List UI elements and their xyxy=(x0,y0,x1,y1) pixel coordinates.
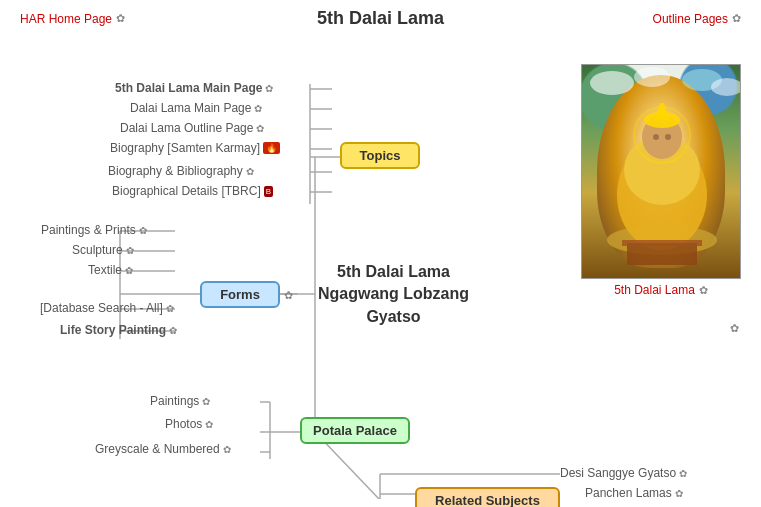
svg-marker-39 xyxy=(654,103,670,120)
gear-icon-4: ✿ xyxy=(246,166,254,177)
link-paintings[interactable]: Paintings ✿ xyxy=(150,394,210,408)
page-title: 5th Dalai Lama xyxy=(140,8,621,29)
svg-rect-43 xyxy=(627,243,697,265)
image-caption-gear-icon: ✿ xyxy=(699,284,708,297)
gear-icon-f1: ✿ xyxy=(126,245,134,256)
gear-icon-1: ✿ xyxy=(254,103,262,114)
header-right: Outline Pages ✿ xyxy=(621,12,741,26)
header-left: HAR Home Page ✿ xyxy=(20,12,140,26)
link-sculpture[interactable]: Sculpture ✿ xyxy=(72,243,134,257)
bottom-right-gear-icon: ✿ xyxy=(730,322,739,335)
gear-icon-p1: ✿ xyxy=(205,419,213,430)
link-textile[interactable]: Textile ✿ xyxy=(88,263,133,277)
center-title: 5th Dalai LamaNgagwang LobzangGyatso xyxy=(316,261,471,328)
book-icon: B xyxy=(264,186,273,197)
link-desi[interactable]: Desi Sanggye Gyatso ✿ xyxy=(560,466,687,480)
gear-icon-p2: ✿ xyxy=(223,444,231,455)
link-paintings-prints[interactable]: Paintings & Prints ✿ xyxy=(41,223,147,237)
gear-icon-f4: ✿ xyxy=(169,325,177,336)
link-bio-samten[interactable]: Biography [Samten Karmay] 🔥 xyxy=(110,141,280,155)
gear-icon-f2: ✿ xyxy=(125,265,133,276)
forms-box[interactable]: Forms xyxy=(200,281,280,308)
potala-box[interactable]: Potala Palace xyxy=(300,417,410,444)
painting-image xyxy=(581,64,741,279)
header: HAR Home Page ✿ 5th Dalai Lama Outline P… xyxy=(0,0,761,29)
page: HAR Home Page ✿ 5th Dalai Lama Outline P… xyxy=(0,0,761,507)
link-bio-bib[interactable]: Biography & Bibliography ✿ xyxy=(108,164,254,178)
link-5th-dalai-main[interactable]: 5th Dalai Lama Main Page ✿ xyxy=(115,81,273,95)
outline-pages-gear-icon: ✿ xyxy=(732,12,741,25)
har-home-gear-icon: ✿ xyxy=(116,12,125,25)
potala-label: Potala Palace xyxy=(313,423,397,438)
gear-icon-f0: ✿ xyxy=(139,225,147,236)
gear-icon-p0: ✿ xyxy=(202,396,210,407)
image-area: 5th Dalai Lama ✿ xyxy=(581,64,741,297)
svg-point-29 xyxy=(590,71,634,95)
svg-point-41 xyxy=(665,134,671,140)
link-db-search[interactable]: [Database Search - All] ✿ xyxy=(40,301,174,315)
forms-label: Forms xyxy=(220,287,260,302)
image-caption: 5th Dalai Lama ✿ xyxy=(581,283,741,297)
link-life-story[interactable]: Life Story Painting ✿ xyxy=(60,323,177,337)
painting-svg xyxy=(582,65,741,279)
link-dalai-outline[interactable]: Dalai Lama Outline Page ✿ xyxy=(120,121,264,135)
link-bio-tbrc[interactable]: Biographical Details [TBRC] B xyxy=(112,184,273,198)
link-greyscale[interactable]: Greyscale & Numbered ✿ xyxy=(95,442,231,456)
related-label: Related Subjects xyxy=(435,493,540,507)
topics-label: Topics xyxy=(360,148,401,163)
gear-icon-0: ✿ xyxy=(265,83,273,94)
outline-pages-link[interactable]: Outline Pages xyxy=(653,12,728,26)
har-home-link[interactable]: HAR Home Page xyxy=(20,12,112,26)
forms-gear-icon: ✿ xyxy=(284,289,293,302)
gear-icon-f3: ✿ xyxy=(166,303,174,314)
link-photos[interactable]: Photos ✿ xyxy=(165,417,213,431)
fire-icon: 🔥 xyxy=(263,142,280,154)
gear-icon-r1: ✿ xyxy=(675,488,683,499)
link-panchen[interactable]: Panchen Lamas ✿ xyxy=(585,486,683,500)
gear-icon-r0: ✿ xyxy=(679,468,687,479)
main-content: Topics 5th Dalai Lama Main Page ✿ Dalai … xyxy=(0,29,761,499)
link-dalai-main[interactable]: Dalai Lama Main Page ✿ xyxy=(130,101,262,115)
topics-box[interactable]: Topics xyxy=(340,142,420,169)
svg-point-30 xyxy=(634,67,670,87)
svg-rect-44 xyxy=(622,240,702,246)
svg-point-40 xyxy=(653,134,659,140)
related-box[interactable]: Related Subjects xyxy=(415,487,560,507)
gear-icon-2: ✿ xyxy=(256,123,264,134)
